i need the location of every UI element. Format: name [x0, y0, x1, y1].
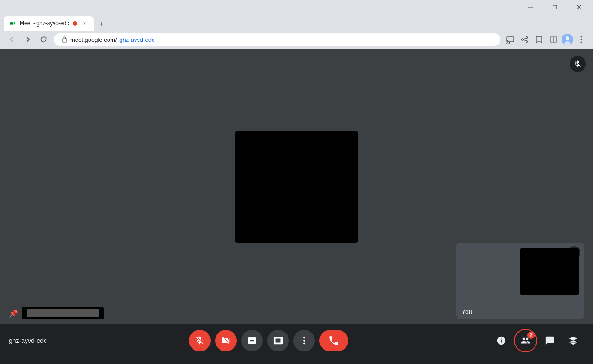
toolbar-center-controls	[189, 330, 348, 351]
svg-rect-11	[551, 36, 553, 43]
svg-rect-5	[62, 39, 67, 42]
meet-content: 📌 You ghz-ayvd-edc	[0, 49, 593, 357]
svg-point-18	[581, 42, 582, 43]
svg-point-14	[566, 36, 569, 40]
main-video-feed	[235, 131, 358, 243]
bottom-toolbar: ghz-ayvd-edc	[0, 324, 593, 357]
end-call-button[interactable]	[319, 330, 348, 351]
self-video-feed	[520, 248, 579, 295]
svg-rect-0	[528, 7, 533, 8]
chat-button[interactable]	[539, 330, 561, 351]
recording-indicator	[73, 21, 77, 26]
more-options-button[interactable]	[293, 330, 315, 351]
toggle-captions-button[interactable]	[241, 330, 263, 351]
activities-button[interactable]	[562, 330, 584, 351]
meeting-code-label: ghz-ayvd-edc	[9, 337, 47, 344]
bookmark-button[interactable]	[533, 33, 545, 46]
self-video-tile[interactable]: You	[456, 243, 584, 319]
svg-rect-12	[554, 36, 556, 43]
browser-toolbar-right	[504, 33, 588, 46]
minimize-button[interactable]	[520, 0, 541, 14]
participant-name-redacted	[27, 309, 99, 317]
svg-point-9	[526, 37, 528, 39]
back-button[interactable]	[5, 33, 18, 46]
present-button[interactable]	[267, 330, 289, 351]
address-scheme: meet.google.com/	[70, 36, 117, 43]
profile-avatar[interactable]	[562, 34, 573, 45]
svg-point-19	[303, 337, 305, 339]
new-tab-button[interactable]: +	[95, 18, 108, 31]
info-button[interactable]	[490, 330, 512, 351]
reader-mode-button[interactable]	[547, 33, 560, 46]
name-tag: 📌	[9, 307, 104, 319]
active-tab[interactable]: Meet - ghz-ayvd-edc ×	[4, 16, 94, 31]
svg-point-8	[522, 39, 524, 40]
restore-button[interactable]	[544, 0, 565, 14]
address-path: ghz-ayvd-edc	[119, 36, 154, 43]
tab-title: Meet - ghz-ayvd-edc	[20, 20, 69, 27]
toolbar-right-controls: 2	[490, 329, 584, 352]
svg-point-10	[526, 41, 528, 43]
participants-button[interactable]: 2	[515, 330, 536, 351]
self-video-label: You	[462, 308, 472, 315]
svg-point-20	[303, 340, 305, 342]
svg-point-7	[506, 43, 507, 44]
cast-button[interactable]	[504, 33, 517, 46]
svg-point-16	[581, 36, 582, 38]
pin-icon: 📌	[9, 309, 18, 318]
share-button[interactable]	[518, 33, 531, 46]
address-bar-input[interactable]: meet.google.com/ghz-ayvd-edc	[54, 33, 500, 46]
svg-rect-1	[553, 5, 557, 9]
participants-button-wrapper: 2	[514, 329, 537, 352]
participants-count-badge: 2	[527, 332, 535, 339]
forward-button[interactable]	[22, 33, 34, 46]
name-tag-bar	[22, 307, 104, 319]
toggle-mic-button[interactable]	[189, 330, 211, 351]
toggle-camera-button[interactable]	[215, 330, 237, 351]
reload-button[interactable]	[38, 33, 50, 46]
svg-point-17	[581, 39, 582, 40]
tab-close-button[interactable]: ×	[81, 20, 88, 27]
meet-favicon	[9, 20, 16, 27]
self-video-inner	[456, 243, 584, 319]
svg-point-21	[303, 343, 305, 345]
chrome-menu-button[interactable]	[575, 33, 588, 46]
close-button[interactable]	[569, 0, 589, 14]
